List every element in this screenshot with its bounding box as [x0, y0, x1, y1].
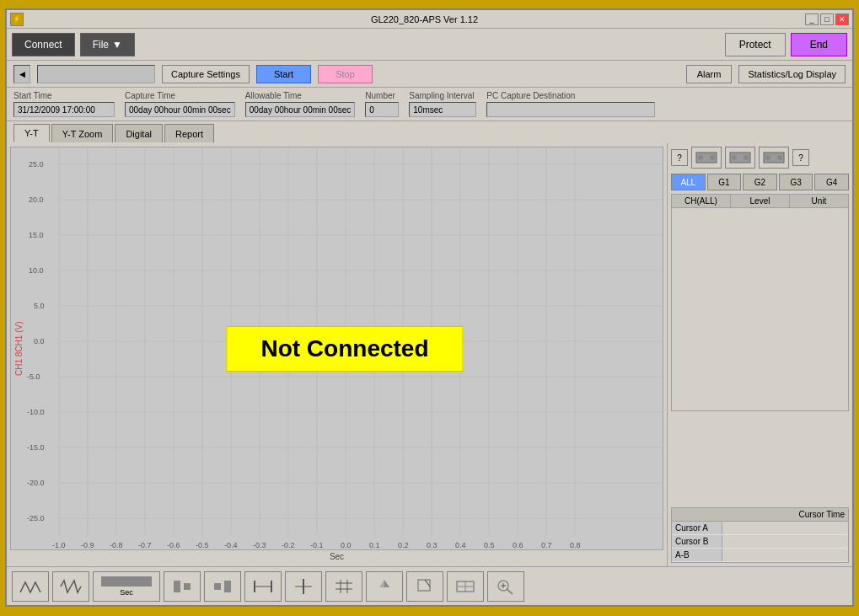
end-button[interactable]: End [791, 33, 847, 56]
channel-table-body [672, 208, 848, 410]
channel-table: CH(ALL) Level Unit [671, 194, 849, 411]
cursor-ab-value [722, 549, 848, 561]
statistics-button[interactable]: Statistics/Log Display [738, 65, 846, 83]
svg-marker-82 [384, 580, 389, 593]
ch-tab-all[interactable]: ALL [671, 174, 706, 190]
channel-tabs: ALL G1 G2 G3 G4 [668, 172, 852, 192]
settings-expand-button[interactable]: ◀ [13, 65, 30, 83]
svg-point-65 [744, 155, 749, 160]
tab-yt-zoom[interactable]: Y-T Zoom [51, 124, 114, 142]
sampling-group: Sampling Interval 10msec [409, 91, 476, 117]
svg-point-64 [732, 155, 737, 160]
zoom-button[interactable] [487, 571, 524, 602]
close-button[interactable]: ✕ [835, 13, 849, 25]
y-axis-label: CH1 8CH1 (V) [11, 147, 27, 549]
file-button[interactable]: File ▼ [80, 33, 135, 56]
capture-time-label: Capture Time [125, 91, 235, 100]
info-bar: Start Time 31/12/2009 17:00:00 Capture T… [7, 88, 852, 121]
right-panel: ? [667, 143, 852, 566]
cursor-button[interactable] [406, 571, 443, 602]
svg-text:15.0: 15.0 [29, 231, 44, 239]
svg-text:0.3: 0.3 [427, 541, 438, 549]
channel-table-header: CH(ALL) Level Unit [672, 195, 848, 208]
svg-text:-0.4: -0.4 [224, 541, 238, 549]
connect-button[interactable]: Connect [12, 33, 75, 56]
svg-text:-1.0: -1.0 [52, 541, 66, 549]
svg-text:-15.0: -15.0 [27, 443, 45, 452]
number-group: Number 0 [365, 91, 399, 117]
svg-text:0.7: 0.7 [541, 541, 552, 549]
ch-tab-g1[interactable]: G1 [707, 174, 742, 190]
number-label: Number [365, 91, 399, 100]
waveform1-button[interactable] [12, 571, 49, 602]
channel-icon-1[interactable] [691, 147, 722, 169]
number-value: 0 [365, 102, 399, 117]
capture-time-group: Capture Time 00day 00hour 00min 00sec [125, 91, 235, 117]
settings-bar: ◀ Capture Settings Start Stop Alarm Stat… [7, 61, 852, 88]
tab-report[interactable]: Report [164, 124, 214, 142]
filter1-button[interactable] [164, 571, 201, 602]
not-connected-message: Not Connected [226, 326, 463, 372]
svg-text:-25.0: -25.0 [27, 514, 45, 522]
channel-icon-3[interactable] [759, 147, 789, 169]
minimize-button[interactable]: _ [805, 13, 819, 25]
svg-text:0.1: 0.1 [369, 541, 380, 549]
grid-button[interactable] [325, 571, 362, 602]
filter2-button[interactable] [204, 571, 241, 602]
svg-line-90 [507, 589, 513, 594]
scale1-button[interactable] [244, 571, 282, 602]
stop-button[interactable]: Stop [318, 65, 373, 83]
ch-header-level: Level [731, 195, 790, 207]
cursor-b-value [722, 535, 848, 548]
svg-text:0.2: 0.2 [398, 541, 409, 549]
svg-text:-0.3: -0.3 [253, 541, 266, 549]
tab-digital[interactable]: Digital [115, 124, 163, 142]
svg-text:0.0: 0.0 [34, 337, 45, 345]
svg-text:25.0: 25.0 [29, 160, 44, 169]
app-window: ⚡ GL220_820-APS Ver 1.12 _ □ ✕ Connect F… [5, 8, 854, 607]
protect-button[interactable]: Protect [725, 33, 786, 56]
ch-tab-g2[interactable]: G2 [743, 174, 777, 190]
ch-header-unit: Unit [790, 195, 848, 207]
cursor-ab-label: A-B [672, 549, 722, 561]
capture-settings-button[interactable]: Capture Settings [162, 65, 250, 83]
help-button-left[interactable]: ? [671, 149, 688, 166]
channel-icon-2[interactable] [725, 147, 755, 169]
tab-yt[interactable]: Y-T [13, 124, 50, 142]
cursor-b-row: Cursor B [672, 535, 848, 549]
svg-text:0.8: 0.8 [570, 541, 581, 549]
bottom-toolbar: Sec [7, 566, 852, 605]
help-button-right[interactable]: ? [792, 149, 809, 166]
sampling-label: Sampling Interval [409, 91, 476, 100]
svg-rect-71 [214, 583, 221, 590]
tab-bar: Y-T Y-T Zoom Digital Report [7, 121, 852, 143]
start-button[interactable]: Start [256, 65, 311, 83]
pc-dest-group: PC Capture Destination [486, 91, 655, 117]
svg-text:-0.7: -0.7 [138, 541, 152, 549]
allowable-time-value: 00day 00hour 00min 00sec [245, 102, 356, 117]
scale2-button[interactable] [285, 571, 322, 602]
ch-tab-g4[interactable]: G4 [814, 174, 849, 190]
svg-point-61 [698, 155, 703, 160]
cursor-a-value [722, 522, 848, 534]
main-area: CH1 8CH1 (V) [7, 143, 852, 566]
waveform2-button[interactable] [52, 571, 89, 602]
maximize-button[interactable]: □ [820, 13, 834, 25]
svg-point-67 [765, 155, 770, 160]
svg-marker-83 [379, 580, 384, 593]
file-dropdown-icon: ▼ [112, 39, 122, 51]
cursor-a-label: Cursor A [672, 522, 722, 534]
svg-point-62 [710, 155, 715, 160]
pc-dest-value [486, 102, 655, 117]
alarm-button[interactable]: Alarm [686, 65, 733, 83]
svg-rect-69 [174, 581, 180, 592]
ch-tab-g3[interactable]: G3 [779, 174, 813, 190]
chart-inner: 25.0 20.0 15.0 10.0 5.0 0.0 -5.0 -10.0 -… [27, 147, 663, 549]
svg-text:-0.2: -0.2 [282, 541, 295, 549]
marker-button[interactable] [366, 571, 403, 602]
svg-text:0.6: 0.6 [513, 541, 523, 549]
svg-text:5.0: 5.0 [34, 302, 45, 310]
cursor-header: Cursor Time [672, 508, 848, 522]
time-display[interactable]: Sec [93, 571, 160, 602]
expand-button[interactable] [447, 571, 484, 602]
